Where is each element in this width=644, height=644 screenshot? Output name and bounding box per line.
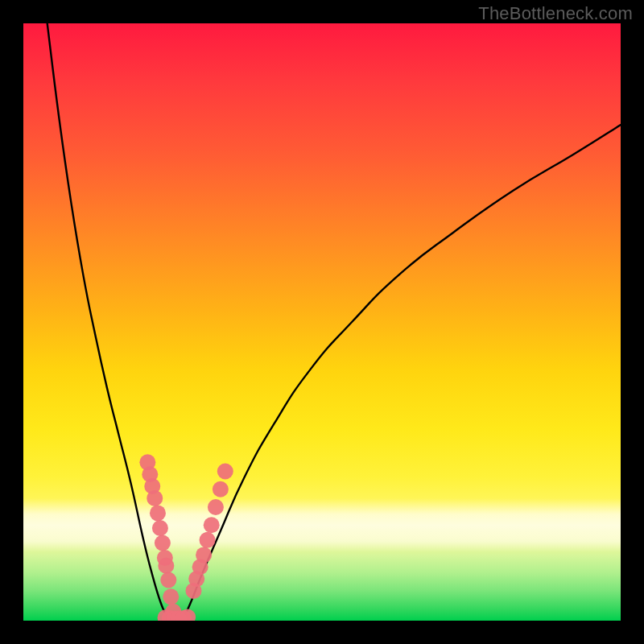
- marker-left-scatter: [150, 505, 166, 521]
- curves-svg: [23, 23, 621, 621]
- watermark-label: TheBottleneck.com: [478, 3, 633, 24]
- marker-right-scatter: [204, 517, 220, 533]
- marker-right-scatter: [213, 481, 229, 497]
- marker-right-scatter: [208, 499, 224, 515]
- chart-root: TheBottleneck.com: [0, 0, 644, 644]
- marker-group: [139, 454, 233, 621]
- marker-left-scatter: [158, 558, 174, 574]
- series-right-curve: [179, 125, 621, 621]
- marker-left-scatter: [152, 520, 168, 536]
- marker-left-scatter: [163, 588, 179, 605]
- marker-left-scatter: [155, 535, 171, 551]
- marker-right-scatter: [217, 464, 233, 480]
- marker-right-scatter: [200, 532, 216, 548]
- marker-left-scatter: [160, 572, 176, 588]
- marker-right-scatter: [196, 547, 212, 563]
- plot-area: [23, 23, 621, 621]
- curve-group: [47, 23, 621, 621]
- marker-left-scatter: [147, 490, 163, 506]
